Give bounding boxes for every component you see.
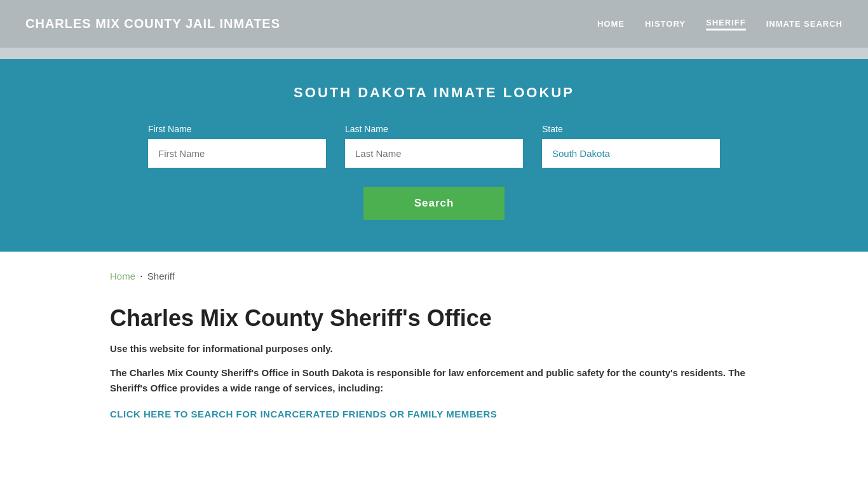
last-name-field-group: Last Name [345, 124, 523, 168]
nav-home[interactable]: HOME [597, 19, 625, 29]
nav-sheriff[interactable]: SHERIFF [706, 18, 746, 30]
nav-history[interactable]: HISTORY [645, 19, 686, 29]
breadcrumb-current: Sheriff [147, 271, 175, 281]
info-note: Use this website for informational purpo… [110, 343, 758, 354]
first-name-field-group: First Name [148, 124, 326, 168]
page-heading: Charles Mix County Sheriff's Office [110, 304, 758, 332]
state-label: State [542, 124, 720, 134]
breadcrumb-home-link[interactable]: Home [110, 271, 135, 281]
breadcrumb: Home • Sheriff [110, 271, 758, 281]
site-header: CHARLES MIX COUNTY JAIL INMATES HOME HIS… [0, 0, 868, 48]
click-here-link[interactable]: CLICK HERE to Search for Incarcerated Fr… [110, 409, 497, 419]
site-title: CHARLES MIX COUNTY JAIL INMATES [25, 17, 280, 31]
main-content: Home • Sheriff Charles Mix County Sherif… [85, 252, 783, 445]
search-fields: First Name Last Name State [85, 124, 783, 168]
last-name-input[interactable] [345, 139, 523, 168]
search-button-row: Search [85, 187, 783, 220]
state-field-group: State [542, 124, 720, 168]
search-button[interactable]: Search [363, 187, 505, 220]
search-section-title: SOUTH DAKOTA INMATE LOOKUP [85, 85, 783, 101]
main-nav: HOME HISTORY SHERIFF INMATE SEARCH [597, 18, 843, 30]
state-input[interactable] [542, 139, 720, 168]
nav-inmate-search[interactable]: INMATE SEARCH [766, 19, 843, 29]
search-container: SOUTH DAKOTA INMATE LOOKUP First Name La… [85, 85, 783, 220]
first-name-input[interactable] [148, 139, 326, 168]
header-bottom-bar [0, 48, 868, 59]
description-text: The Charles Mix County Sheriff's Office … [110, 365, 758, 396]
search-section: SOUTH DAKOTA INMATE LOOKUP First Name La… [0, 59, 868, 252]
last-name-label: Last Name [345, 124, 523, 134]
breadcrumb-separator: • [140, 273, 142, 279]
first-name-label: First Name [148, 124, 326, 134]
